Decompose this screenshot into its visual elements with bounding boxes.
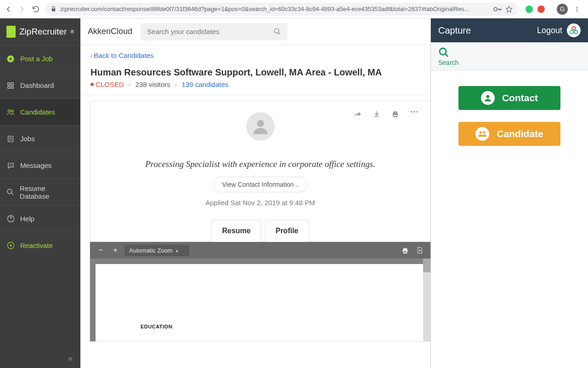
svg-rect-6 (11, 83, 13, 85)
jobs-icon (6, 135, 15, 143)
sidebar-item-reactivate[interactable]: Reactivate (0, 232, 80, 259)
sidebar-item-resume-database[interactable]: Resume Database (0, 178, 80, 205)
pdf-download-icon[interactable] (415, 245, 425, 255)
share-icon[interactable] (354, 110, 362, 118)
svg-point-22 (416, 111, 418, 112)
sidebar-item-help[interactable]: Help (0, 205, 80, 232)
search-icon (6, 188, 14, 196)
company-name: AkkenCloud (88, 27, 132, 36)
main-sidebar: ZipRecruiter® Post a Job Dashboard Candi… (0, 18, 80, 368)
extension-icons: G (523, 4, 584, 15)
extension-green-icon[interactable] (526, 6, 533, 13)
logout-link[interactable]: Logout (537, 26, 562, 35)
svg-point-15 (7, 189, 12, 194)
zoom-select[interactable]: Automatic Zoom ▾ (125, 245, 189, 256)
candidate-tabs: Resume Profile (90, 219, 430, 242)
candidate-button[interactable]: Candidate (458, 122, 560, 146)
svg-point-30 (483, 131, 485, 133)
zoom-in-button[interactable]: + (110, 245, 120, 255)
svg-point-23 (257, 120, 264, 127)
sidebar-item-candidates[interactable]: Candidates (0, 98, 80, 125)
svg-point-10 (11, 110, 13, 112)
zoom-out-button[interactable]: − (96, 245, 106, 255)
chrome-menu-icon[interactable] (572, 5, 582, 14)
help-icon (6, 215, 15, 223)
sidebar-item-label: Reactivate (20, 242, 53, 249)
url-bar[interactable]: ziprecruiter.com/contact/response/88fde0… (45, 3, 518, 16)
svg-rect-7 (8, 86, 10, 88)
people-icon (6, 108, 15, 116)
sidepanel-logo[interactable] (567, 23, 581, 37)
print-icon[interactable] (391, 110, 399, 118)
svg-point-19 (274, 29, 279, 33)
sidebar-item-messages[interactable]: Messages (0, 152, 80, 178)
svg-point-21 (413, 111, 415, 112)
sidebar-item-post-job[interactable]: Post a Job (0, 45, 80, 72)
sidebar-item-label: Resume Database (20, 184, 74, 200)
logo-text: ZipRecruiter (19, 27, 67, 37)
pdf-scrollbar[interactable] (423, 259, 430, 341)
back-to-candidates-link[interactable]: ‹ Back to Candidates (90, 52, 153, 59)
reload-button[interactable] (31, 5, 40, 14)
tab-resume[interactable]: Resume (211, 220, 261, 242)
svg-rect-5 (8, 83, 10, 85)
browser-toolbar: ziprecruiter.com/contact/response/88fde0… (0, 0, 588, 18)
resume-section-heading: EDUCATION (141, 324, 380, 329)
back-button[interactable] (4, 5, 13, 14)
candidate-search[interactable] (141, 23, 288, 40)
more-icon[interactable] (410, 110, 418, 118)
sidebar-item-label: Post a Job (20, 55, 53, 63)
svg-point-12 (9, 165, 10, 165)
profile-avatar[interactable]: G (557, 4, 568, 15)
extension-red-icon[interactable] (537, 6, 545, 13)
svg-point-2 (577, 8, 577, 9)
sidebar-item-label: Dashboard (20, 81, 54, 89)
pdf-toolbar: − + Automatic Zoom ▾ (90, 242, 430, 259)
download-icon[interactable] (373, 110, 380, 118)
svg-point-25 (570, 30, 573, 34)
tab-profile[interactable]: Profile (265, 220, 309, 242)
url-text: ziprecruiter.com/contact/response/88fde0… (60, 6, 490, 12)
sidebar-item-label: Jobs (20, 135, 35, 143)
sidebar-item-dashboard[interactable]: Dashboard (0, 72, 80, 98)
card-actions (343, 110, 430, 118)
forward-button[interactable] (17, 5, 27, 14)
reactivate-icon (6, 242, 15, 250)
collapse-sidebar-button[interactable] (67, 355, 74, 362)
svg-rect-8 (11, 86, 13, 88)
job-title: Human Resources Software Support, Lowell… (80, 64, 430, 80)
svg-point-9 (8, 109, 10, 112)
search-label: Search (438, 59, 581, 66)
chevron-separator: › (175, 80, 177, 88)
plus-icon (6, 55, 15, 63)
chevron-separator: › (129, 80, 131, 88)
svg-point-20 (411, 111, 412, 112)
candidate-avatar (246, 112, 275, 141)
pdf-print-icon[interactable] (400, 245, 410, 255)
capture-sidepanel: Capture Logout Search Contact Candidate (430, 18, 588, 368)
sidepanel-search[interactable]: Search (431, 42, 588, 70)
search-icon (438, 47, 581, 58)
ziprecruiter-logo[interactable]: ZipRecruiter® (0, 18, 80, 45)
people-icon (475, 127, 489, 141)
sidebar-item-jobs[interactable]: Jobs (0, 125, 80, 152)
search-icon[interactable] (273, 28, 281, 35)
sidebar-item-label: Candidates (20, 108, 55, 116)
contact-button[interactable]: Contact (458, 86, 560, 110)
visitors-count: 238 visitors (136, 80, 170, 88)
pdf-viewer[interactable]: EDUCATION (90, 259, 430, 341)
svg-point-29 (480, 131, 482, 133)
candidate-search-input[interactable] (147, 28, 273, 35)
view-contact-button[interactable]: View Contact Information ⌵ (213, 177, 307, 192)
svg-point-0 (494, 7, 498, 11)
star-icon[interactable] (505, 6, 513, 13)
dashboard-icon (6, 81, 15, 90)
candidates-link[interactable]: 139 candidates (182, 80, 229, 88)
key-icon[interactable] (493, 6, 502, 12)
svg-point-3 (577, 10, 577, 11)
main-content: AkkenCloud ‹ Back to Candidates Human Re… (80, 18, 430, 368)
person-icon (481, 91, 495, 105)
lock-icon (51, 6, 57, 12)
logo-icon (6, 26, 16, 38)
pdf-page: EDUCATION (96, 264, 425, 341)
